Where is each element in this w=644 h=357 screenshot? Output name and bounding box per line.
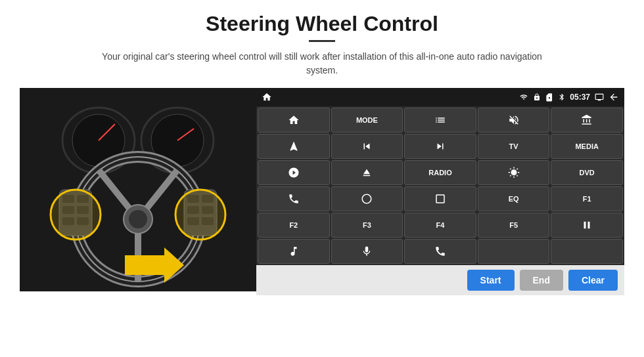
lock-icon [533, 93, 541, 102]
grid-btn-window[interactable] [404, 186, 476, 211]
start-button[interactable]: Start [467, 270, 515, 291]
grid-btn-list[interactable] [404, 108, 476, 133]
svg-point-14 [129, 210, 147, 228]
svg-point-29 [51, 190, 101, 240]
end-button[interactable]: End [520, 270, 563, 291]
grid-btn-empty1 [478, 239, 550, 264]
home-status-icon [262, 92, 272, 102]
bluetooth-icon [558, 92, 566, 102]
grid-btn-360[interactable] [258, 160, 330, 185]
grid-btn-f2[interactable]: F2 [258, 213, 330, 238]
grid-btn-play-pause[interactable] [551, 213, 623, 238]
grid-btn-empty2 [551, 239, 623, 264]
grid-btn-phone[interactable] [258, 186, 330, 211]
grid-btn-tv[interactable]: TV [478, 134, 550, 159]
svg-point-30 [175, 190, 225, 240]
grid-btn-apps[interactable] [551, 108, 623, 133]
grid-btn-next[interactable] [404, 134, 476, 159]
grid-btn-f1[interactable]: F1 [551, 186, 623, 211]
status-bar: 05:37 [256, 88, 624, 106]
page-subtitle: Your original car's steering wheel contr… [92, 50, 552, 77]
grid-btn-f4[interactable]: F4 [404, 213, 476, 238]
grid-btn-music[interactable] [258, 239, 330, 264]
wifi-icon [518, 93, 529, 101]
screen-icon [594, 93, 605, 102]
grid-btn-home[interactable] [258, 108, 330, 133]
grid-btn-mic[interactable] [331, 239, 403, 264]
status-bar-left [262, 92, 272, 102]
clear-button[interactable]: Clear [568, 270, 618, 291]
sim-icon [545, 93, 554, 102]
clock: 05:37 [570, 93, 590, 102]
control-panel: 05:37 MODE [256, 88, 624, 295]
grid-btn-mute[interactable] [478, 108, 550, 133]
status-bar-right: 05:37 [518, 92, 619, 102]
grid-btn-prev[interactable] [331, 134, 403, 159]
button-grid: MODE TV [256, 106, 624, 265]
grid-btn-dvd[interactable]: DVD [551, 160, 623, 185]
grid-btn-f3[interactable]: F3 [331, 213, 403, 238]
page-container: Steering Wheel Control Your original car… [0, 0, 644, 357]
grid-btn-eq[interactable]: EQ [478, 186, 550, 211]
back-icon [609, 92, 619, 102]
content-row: 05:37 MODE [20, 88, 624, 295]
grid-btn-mode[interactable]: MODE [331, 108, 403, 133]
grid-btn-radio[interactable]: RADIO [404, 160, 476, 185]
grid-btn-nav[interactable] [258, 134, 330, 159]
grid-btn-brightness[interactable] [478, 160, 550, 185]
grid-btn-phone-end[interactable] [404, 239, 476, 264]
grid-btn-swipe[interactable] [331, 186, 403, 211]
page-title: Steering Wheel Control [206, 12, 438, 36]
grid-btn-f5[interactable]: F5 [478, 213, 550, 238]
car-image [20, 88, 256, 291]
bottom-bar: Start End Clear [256, 265, 624, 295]
title-divider [309, 40, 335, 42]
grid-btn-media[interactable]: MEDIA [551, 134, 623, 159]
grid-btn-eject[interactable] [331, 160, 403, 185]
